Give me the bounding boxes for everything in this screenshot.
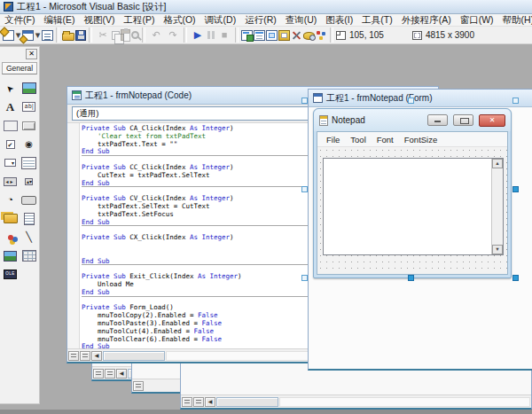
toolbar-separator[interactable] xyxy=(235,27,239,43)
form-layout-icon[interactable] xyxy=(266,30,278,41)
find-icon[interactable] xyxy=(131,31,139,39)
minimize-button[interactable] xyxy=(427,114,448,126)
menu-item[interactable]: 运行(R) xyxy=(240,14,281,27)
toolbox-general-tab[interactable]: General xyxy=(2,62,37,74)
resize-handle-top-center[interactable] xyxy=(408,98,414,104)
data-icon[interactable] xyxy=(20,248,37,264)
scrollbar-track[interactable] xyxy=(279,397,530,407)
toolbox-icon[interactable] xyxy=(291,30,302,41)
menu-editor-icon[interactable] xyxy=(42,30,53,41)
menu-item[interactable]: 外接程序(A) xyxy=(397,14,456,27)
resize-handle-middle-left[interactable] xyxy=(301,186,308,192)
resize-handle-top-right[interactable] xyxy=(512,98,519,104)
line-icon[interactable]: ╲ xyxy=(20,230,37,246)
scroll-down-button[interactable]: ▼ xyxy=(492,245,503,254)
timer-icon[interactable]: ◔ xyxy=(2,192,19,208)
vscrollbar-icon[interactable]: ▴▾ xyxy=(20,174,37,190)
menu-item[interactable]: 图表(I) xyxy=(321,14,357,27)
resize-handle-top-left[interactable] xyxy=(301,98,308,104)
menu-item[interactable]: 窗口(W) xyxy=(456,14,498,27)
frame-icon[interactable] xyxy=(2,118,19,134)
resize-handle-bottom-left[interactable] xyxy=(301,275,308,281)
notepad-form[interactable]: Notepad ✕ FileToolFontFontSize ▲ ▼ xyxy=(313,108,512,278)
add-form-dropdown-icon[interactable]: ▾ xyxy=(35,27,41,43)
redo-icon[interactable]: ↷ xyxy=(165,27,181,43)
menu-item[interactable]: 查询(U) xyxy=(281,14,322,27)
close-button[interactable]: ✕ xyxy=(479,114,505,127)
menu-item[interactable]: 调试(D) xyxy=(200,14,241,27)
form-window-titlebar[interactable]: 工程1 - frmNotepad (Form) xyxy=(309,90,532,107)
resize-handle-bottom-right[interactable] xyxy=(512,275,519,281)
data-view-icon[interactable] xyxy=(303,32,315,40)
listbox-icon[interactable] xyxy=(20,155,37,171)
split-view-button[interactable] xyxy=(93,369,104,379)
scroll-left-button[interactable]: ◀ xyxy=(116,369,127,379)
toolbar-separator[interactable] xyxy=(330,27,333,43)
start-icon[interactable]: ▶ xyxy=(190,27,206,43)
resize-handle-bottom-center[interactable] xyxy=(408,275,414,281)
break-icon[interactable] xyxy=(207,30,215,40)
toolbar-separator[interactable] xyxy=(89,27,92,43)
menu-item[interactable]: 文件(F) xyxy=(0,14,39,27)
scrollbar-thumb[interactable] xyxy=(103,351,165,361)
split-view-button[interactable] xyxy=(133,381,144,391)
textbox-vertical-scrollbar[interactable]: ▲ ▼ xyxy=(491,159,503,254)
scroll-left-button[interactable]: ◀ xyxy=(205,397,215,407)
component-manager-icon[interactable] xyxy=(316,30,327,41)
add-project-icon[interactable] xyxy=(3,30,14,41)
checkbox-icon[interactable]: ✔ xyxy=(2,137,19,152)
image-icon[interactable] xyxy=(2,248,19,264)
maximize-button[interactable] xyxy=(453,114,473,126)
object-browser-icon[interactable] xyxy=(278,30,290,41)
hscrollbar-icon[interactable]: ◂▸ xyxy=(2,174,19,190)
toolbar-separator[interactable] xyxy=(142,27,145,43)
scroll-left-button[interactable]: ◀ xyxy=(91,351,102,361)
cut-icon[interactable]: ✂ xyxy=(95,27,111,43)
menu-item[interactable]: 帮助(H) xyxy=(498,14,532,27)
shape-icon[interactable] xyxy=(2,230,19,246)
notepad-menu-item[interactable]: FontSize xyxy=(399,135,443,145)
filelistbox-icon[interactable] xyxy=(20,211,37,227)
drivelistbox-icon[interactable] xyxy=(20,192,37,208)
paste-icon[interactable] xyxy=(121,29,130,41)
full-module-view-button[interactable] xyxy=(80,351,90,361)
copy-icon[interactable] xyxy=(112,31,120,40)
menu-item[interactable]: 视图(V) xyxy=(79,14,119,27)
notepad-form-titlebar[interactable]: Notepad ✕ xyxy=(314,109,511,131)
optionbutton-icon[interactable]: ◉ xyxy=(20,137,37,152)
project-explorer-icon[interactable] xyxy=(241,30,253,41)
save-project-icon[interactable] xyxy=(75,30,86,41)
add-form-icon[interactable] xyxy=(22,30,34,41)
picturebox-icon[interactable] xyxy=(20,81,37,97)
combobox-icon[interactable]: ▾ xyxy=(2,155,19,171)
pointer-icon[interactable]: ➤ xyxy=(2,81,19,97)
window-titlebar[interactable]: 工程1 - Microsoft Visual Basic [设计] xyxy=(0,0,532,14)
resize-handle-middle-right[interactable] xyxy=(512,186,519,192)
split-view-button[interactable] xyxy=(105,369,115,379)
dirlistbox-icon[interactable] xyxy=(2,211,19,227)
end-icon[interactable]: ■ xyxy=(216,27,232,43)
menu-item[interactable]: 工程(P) xyxy=(119,14,159,27)
form-design-grid[interactable]: ▲ ▼ xyxy=(317,147,507,274)
undo-icon[interactable]: ↶ xyxy=(148,27,164,43)
split-view-button[interactable] xyxy=(193,397,204,407)
toolbar-separator[interactable] xyxy=(184,27,187,43)
menu-item[interactable]: 格式(O) xyxy=(159,14,200,27)
scroll-up-button[interactable]: ▲ xyxy=(492,159,503,168)
properties-window-icon[interactable] xyxy=(254,30,265,41)
menu-item[interactable]: 编辑(E) xyxy=(39,14,79,27)
notepad-menu-item[interactable]: Font xyxy=(372,135,399,145)
open-project-icon[interactable] xyxy=(62,33,74,41)
txtpadtext-textbox[interactable]: ▲ ▼ xyxy=(323,158,504,255)
ole-icon[interactable]: OLE xyxy=(2,267,19,283)
menu-item[interactable]: 工具(T) xyxy=(357,14,396,27)
toolbar-separator[interactable] xyxy=(56,27,59,43)
procedure-view-button[interactable] xyxy=(68,351,79,361)
notepad-menu-item[interactable]: File xyxy=(321,135,345,145)
toolbox-close-button[interactable]: ✕ xyxy=(26,49,37,59)
notepad-menu-item[interactable]: Tool xyxy=(345,135,371,145)
textbox-icon[interactable]: ab| xyxy=(20,99,37,115)
commandbutton-icon[interactable] xyxy=(20,118,37,134)
split-view-button[interactable] xyxy=(182,397,192,407)
label-icon[interactable]: A xyxy=(2,99,19,115)
